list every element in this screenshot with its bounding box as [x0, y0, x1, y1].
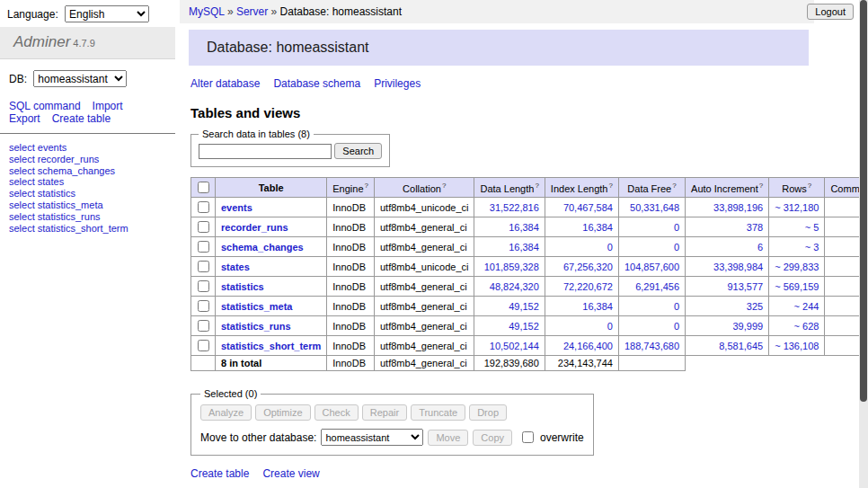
table-name-link-recorder-runs[interactable]: recorder_runs: [221, 222, 288, 233]
row-checkbox-statistics[interactable]: [198, 280, 209, 292]
data-free-cell-value[interactable]: 0: [674, 321, 679, 332]
auto-increment-cell-value[interactable]: 8,581,645: [719, 341, 763, 351]
auto-increment-cell-value[interactable]: 325: [747, 301, 763, 312]
select-link-statistics-short-term[interactable]: select: [9, 223, 35, 234]
rows-cell-value[interactable]: ~ 299,833: [775, 262, 819, 272]
data-free-cell-value[interactable]: 0: [674, 242, 679, 253]
doc-hint-icon[interactable]: ?: [442, 182, 446, 190]
row-checkbox-events[interactable]: [198, 201, 209, 213]
table-link-states[interactable]: states: [38, 176, 64, 187]
move-db-select[interactable]: homeassistant: [321, 429, 423, 446]
rows-cell-value[interactable]: ~ 569,159: [775, 281, 819, 292]
doc-hint-icon[interactable]: ?: [365, 182, 368, 190]
auto-increment-cell-value[interactable]: 33,398,984: [713, 262, 763, 272]
sidebar-action-create-table[interactable]: Create table: [52, 112, 111, 125]
doc-hint-icon[interactable]: ?: [808, 182, 811, 190]
row-checkbox-schema-changes[interactable]: [198, 241, 209, 253]
scrollbar-thumb[interactable]: [860, 0, 867, 402]
table-link-recorder-runs[interactable]: recorder_runs: [38, 154, 99, 164]
rows-cell-value[interactable]: ~ 136,108: [775, 341, 819, 351]
index-length-cell-value[interactable]: 16,384: [582, 301, 613, 312]
breadcrumb-item-server[interactable]: Server: [236, 5, 268, 18]
search-input[interactable]: [199, 144, 332, 159]
select-link-recorder-runs[interactable]: select: [9, 154, 35, 164]
select-link-statistics[interactable]: select: [9, 188, 35, 199]
table-name-link-statistics-short-term[interactable]: statistics_short_term: [221, 341, 321, 351]
drop-button[interactable]: Drop: [469, 404, 507, 421]
data-free-cell-value[interactable]: 0: [674, 301, 679, 312]
table-link-statistics[interactable]: statistics: [38, 188, 75, 199]
rows-cell-value[interactable]: ~ 312,180: [775, 202, 819, 213]
database-schema-link[interactable]: Database schema: [273, 77, 360, 90]
index-length-cell-value[interactable]: 24,166,400: [563, 341, 613, 351]
copy-button[interactable]: Copy: [473, 430, 512, 446]
select-link-statistics-runs[interactable]: select: [9, 211, 35, 222]
data-free-cell-value[interactable]: 6,291,456: [635, 281, 679, 292]
data-free-cell-value[interactable]: 104,857,600: [624, 262, 679, 272]
truncate-button[interactable]: Truncate: [411, 404, 465, 421]
row-checkbox-recorder-runs[interactable]: [198, 221, 209, 233]
create-view-link[interactable]: Create view: [262, 467, 319, 480]
data-free-cell-value[interactable]: 0: [674, 222, 679, 233]
table-name-link-statistics[interactable]: statistics: [221, 281, 264, 292]
select-link-states[interactable]: select: [9, 176, 35, 187]
logout-button[interactable]: Logout: [807, 4, 854, 20]
auto-increment-cell-value[interactable]: 913,577: [727, 281, 763, 292]
alter-database-link[interactable]: Alter database: [190, 77, 260, 90]
rows-cell-value[interactable]: ~ 5: [805, 222, 819, 233]
doc-hint-icon[interactable]: ?: [759, 182, 763, 190]
data-length-cell-value[interactable]: 48,824,320: [490, 281, 539, 292]
data-length-cell-value[interactable]: 10,502,144: [490, 341, 539, 351]
table-link-statistics-short-term[interactable]: statistics_short_term: [38, 223, 128, 234]
overwrite-label[interactable]: overwrite: [540, 431, 584, 444]
table-name-link-states[interactable]: states: [221, 262, 250, 272]
table-link-schema-changes[interactable]: schema_changes: [38, 165, 115, 176]
row-checkbox-states[interactable]: [198, 261, 209, 272]
table-link-statistics-runs[interactable]: statistics_runs: [38, 211, 101, 222]
overwrite-checkbox[interactable]: [522, 431, 534, 443]
table-name-link-schema-changes[interactable]: schema_changes: [221, 242, 304, 253]
data-length-cell-value[interactable]: 101,859,328: [484, 262, 539, 272]
privileges-link[interactable]: Privileges: [374, 77, 421, 90]
rows-cell-value[interactable]: ~ 3: [805, 242, 819, 253]
language-select[interactable]: English: [65, 5, 149, 22]
select-all-checkbox[interactable]: [198, 182, 209, 193]
row-checkbox-statistics-short-term[interactable]: [198, 340, 209, 351]
app-title[interactable]: Adminer: [13, 33, 70, 50]
move-button[interactable]: Move: [428, 430, 468, 446]
data-free-cell-value[interactable]: 188,743,680: [624, 341, 679, 351]
index-length-cell-value[interactable]: 16,384: [582, 222, 613, 233]
index-length-cell-value[interactable]: 67,256,320: [563, 262, 613, 272]
app-version[interactable]: 4.7.9: [73, 38, 94, 49]
index-length-cell-value[interactable]: 70,467,584: [563, 202, 613, 213]
table-link-events[interactable]: events: [38, 142, 66, 153]
rows-cell-value[interactable]: ~ 244: [794, 301, 819, 312]
table-link-statistics-meta[interactable]: statistics_meta: [38, 200, 103, 210]
search-button[interactable]: Search: [334, 143, 382, 159]
table-name-link-statistics-runs[interactable]: statistics_runs: [221, 321, 291, 332]
doc-hint-icon[interactable]: ?: [672, 182, 676, 190]
index-length-cell-value[interactable]: 0: [607, 242, 613, 253]
sidebar-action-export[interactable]: Export: [9, 112, 40, 125]
index-length-cell-value[interactable]: 0: [607, 321, 613, 332]
auto-increment-cell-value[interactable]: 33,898,196: [713, 202, 763, 213]
sidebar-action-sql-command[interactable]: SQL command: [9, 100, 81, 112]
rows-cell-value[interactable]: ~ 628: [794, 321, 819, 332]
row-checkbox-statistics-runs[interactable]: [198, 320, 209, 332]
repair-button[interactable]: Repair: [362, 404, 407, 421]
doc-hint-icon[interactable]: ?: [535, 182, 538, 190]
select-link-schema-changes[interactable]: select: [9, 165, 35, 176]
data-free-cell-value[interactable]: 50,331,648: [630, 202, 679, 213]
data-length-cell-value[interactable]: 16,384: [509, 242, 539, 253]
create-table-link[interactable]: Create table: [190, 467, 249, 480]
db-select[interactable]: homeassistant: [33, 70, 127, 87]
select-link-statistics-meta[interactable]: select: [9, 200, 35, 210]
row-checkbox-statistics-meta[interactable]: [198, 300, 209, 312]
table-name-link-statistics-meta[interactable]: statistics_meta: [221, 301, 293, 312]
optimize-button[interactable]: Optimize: [255, 404, 310, 421]
data-length-cell-value[interactable]: 49,152: [509, 321, 539, 332]
data-length-cell-value[interactable]: 31,522,816: [490, 202, 539, 213]
auto-increment-cell-value[interactable]: 378: [747, 222, 763, 233]
index-length-cell-value[interactable]: 72,220,672: [563, 281, 613, 292]
data-length-cell-value[interactable]: 16,384: [509, 222, 539, 233]
